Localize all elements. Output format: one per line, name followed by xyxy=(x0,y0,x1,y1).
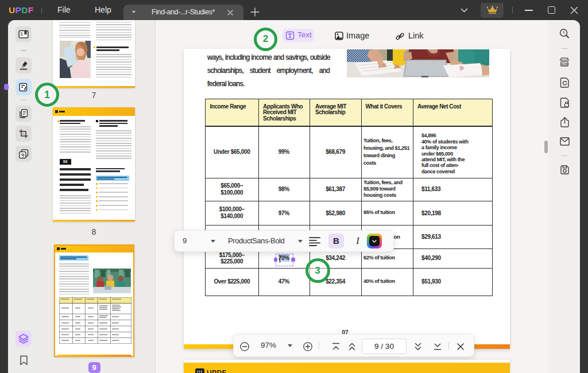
svg-text:OCR: OCR xyxy=(562,63,568,66)
